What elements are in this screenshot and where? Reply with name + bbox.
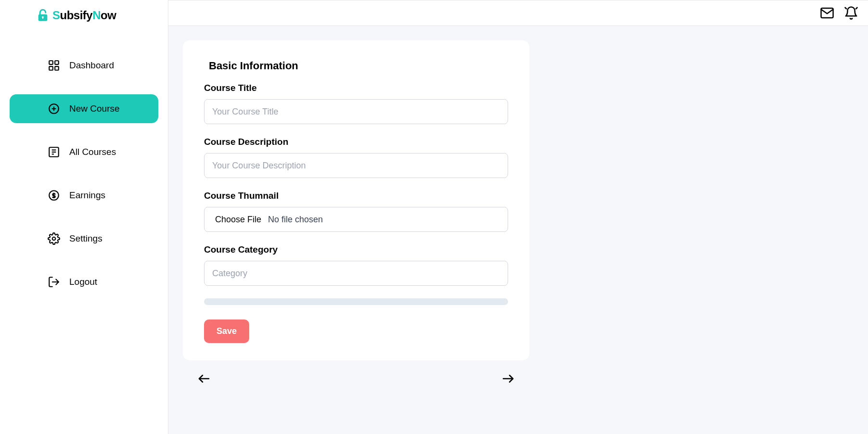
save-button[interactable]: Save <box>204 319 249 343</box>
sidebar-item-settings[interactable]: Settings <box>10 224 158 253</box>
course-thumbnail-file-input[interactable]: Choose File No file chosen <box>204 207 508 232</box>
list-icon <box>47 145 61 159</box>
file-choose-button: Choose File <box>215 215 261 225</box>
sidebar-item-earnings[interactable]: Earnings <box>10 181 158 210</box>
basic-info-card: Basic Information Course Title Course De… <box>183 40 529 360</box>
course-description-label: Course Description <box>204 137 508 147</box>
sidebar-item-dashboard[interactable]: Dashboard <box>10 51 158 80</box>
course-title-input[interactable] <box>204 99 508 124</box>
plus-circle-icon <box>47 102 61 115</box>
sidebar-item-label: Dashboard <box>69 60 114 71</box>
gear-icon <box>47 232 61 245</box>
svg-rect-3 <box>49 61 53 64</box>
svg-rect-2 <box>42 17 43 19</box>
logout-icon <box>47 275 61 289</box>
sidebar-item-logout[interactable]: Logout <box>10 268 158 296</box>
brand-logo: SubsifyNow <box>10 9 158 22</box>
course-title-label: Course Title <box>204 83 508 93</box>
svg-rect-5 <box>49 66 53 70</box>
sidebar-item-label: Logout <box>69 277 97 287</box>
sidebar: SubsifyNow Dashboard <box>0 0 168 434</box>
prev-button[interactable] <box>195 370 213 387</box>
sidebar-item-label: Earnings <box>69 190 105 201</box>
course-category-input[interactable] <box>204 261 508 286</box>
lock-icon <box>36 9 50 22</box>
next-button[interactable] <box>499 370 517 387</box>
sidebar-nav: Dashboard New Course <box>10 51 158 296</box>
sidebar-item-label: Settings <box>69 233 102 244</box>
progress-bar <box>204 298 508 305</box>
brand-name: SubsifyNow <box>52 9 116 22</box>
svg-point-15 <box>52 237 56 241</box>
dollar-icon <box>47 189 61 202</box>
top-bar <box>168 0 868 26</box>
bell-icon[interactable] <box>844 6 858 20</box>
svg-rect-6 <box>55 66 59 70</box>
mail-icon[interactable] <box>820 6 834 20</box>
course-description-input[interactable] <box>204 153 508 178</box>
sidebar-item-all-courses[interactable]: All Courses <box>10 138 158 166</box>
section-heading: Basic Information <box>204 60 508 72</box>
sidebar-item-label: All Courses <box>69 147 116 157</box>
pager <box>183 360 529 387</box>
file-status-text: No file chosen <box>268 215 323 225</box>
svg-rect-4 <box>55 61 59 64</box>
sidebar-item-label: New Course <box>69 103 120 114</box>
course-thumbnail-label: Course Thumnail <box>204 191 508 201</box>
grid-icon <box>47 59 61 72</box>
course-category-label: Course Category <box>204 244 508 255</box>
sidebar-item-new-course[interactable]: New Course <box>10 94 158 123</box>
